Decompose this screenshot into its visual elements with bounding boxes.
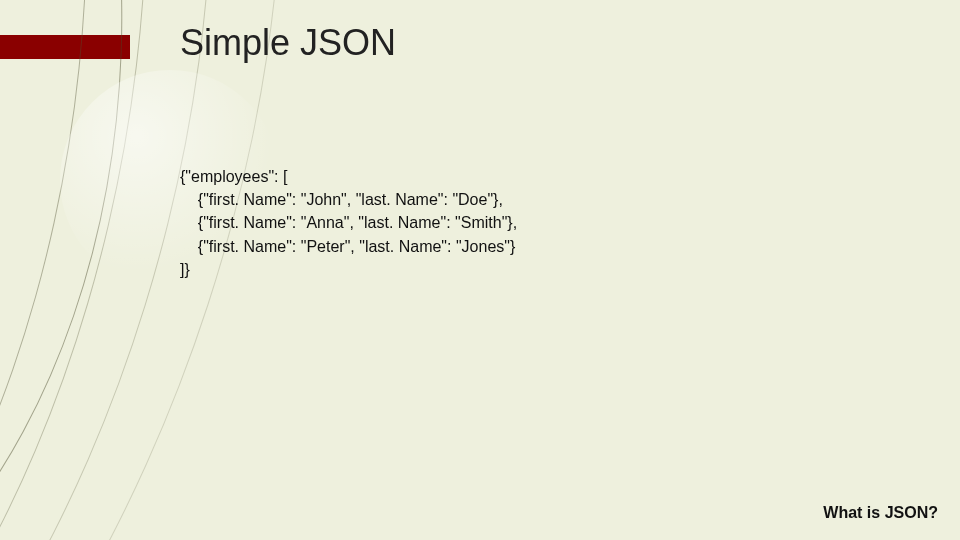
slide: Simple JSON {"employees": [ {"first. Nam… <box>0 0 960 540</box>
code-block: {"employees": [ {"first. Name": "John", … <box>180 165 517 281</box>
footer-text: What is JSON? <box>823 504 938 522</box>
slide-title: Simple JSON <box>180 22 396 64</box>
